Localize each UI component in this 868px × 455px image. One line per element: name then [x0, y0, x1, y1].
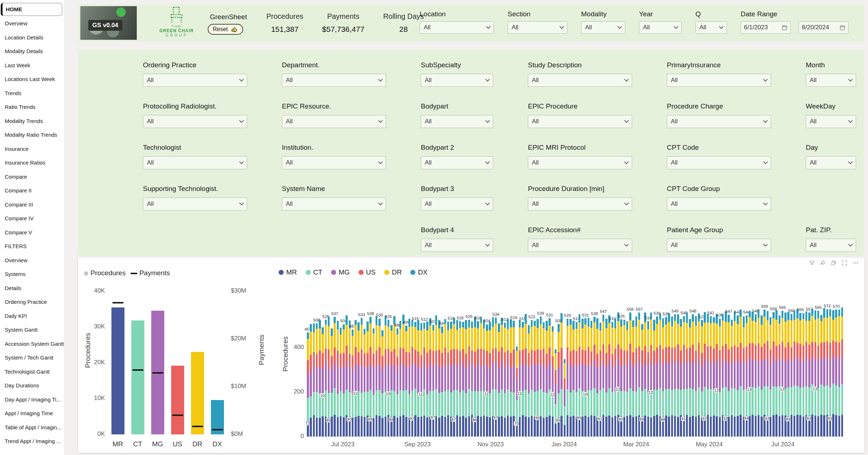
segment-mg[interactable]: [829, 361, 831, 387]
segment-mr[interactable]: [405, 417, 407, 437]
segment-mr[interactable]: [686, 415, 688, 437]
pin-icon[interactable]: [820, 260, 825, 265]
segment-mr[interactable]: [707, 415, 709, 437]
segment-mg[interactable]: [480, 366, 482, 391]
segment-mr[interactable]: [740, 415, 742, 437]
segment-ct[interactable]: [465, 393, 467, 418]
segment-mr[interactable]: [677, 417, 679, 437]
segment-dx[interactable]: [486, 324, 488, 331]
segment-mg[interactable]: [510, 368, 512, 392]
segment-dx[interactable]: [531, 320, 533, 327]
segment-ct[interactable]: [596, 393, 598, 418]
sidebar-item-compare-v[interactable]: Compare V: [0, 226, 64, 240]
segment-dr[interactable]: [602, 322, 605, 344]
segment-dx[interactable]: [352, 329, 354, 336]
segment-dx[interactable]: [373, 328, 375, 333]
segment-ct[interactable]: [638, 387, 640, 415]
segment-mr[interactable]: [665, 416, 667, 437]
segment-mr[interactable]: [402, 415, 405, 437]
segment-dx[interactable]: [772, 312, 775, 318]
segment-ct[interactable]: [808, 387, 810, 416]
header-dropdown-section-box[interactable]: All: [508, 21, 567, 34]
segment-mg[interactable]: [782, 358, 784, 387]
segment-ct[interactable]: [784, 388, 787, 416]
segment-us[interactable]: [411, 347, 414, 363]
segment-mg[interactable]: [525, 365, 527, 390]
segment-ct[interactable]: [728, 391, 730, 417]
segment-mg[interactable]: [444, 365, 446, 391]
filter-dropdown-subspecialty-dd[interactable]: All: [421, 74, 493, 87]
segment-mg[interactable]: [567, 363, 569, 389]
segment-us[interactable]: [450, 350, 452, 365]
segment-mr[interactable]: [513, 416, 515, 437]
segment-us[interactable]: [731, 347, 733, 362]
segment-mr[interactable]: [608, 416, 610, 437]
sidebar-item-day-durations[interactable]: Day Durations: [0, 379, 64, 393]
segment-ct[interactable]: [408, 394, 411, 418]
segment-ct[interactable]: [337, 394, 339, 417]
segment-mg[interactable]: [495, 363, 497, 390]
segment-dx[interactable]: [346, 315, 348, 325]
segment-mg[interactable]: [749, 358, 751, 387]
segment-mg[interactable]: [373, 367, 375, 395]
segment-us[interactable]: [803, 345, 805, 360]
filter-dropdown-institution-dd[interactable]: All: [282, 156, 386, 169]
segment-us[interactable]: [543, 349, 545, 365]
segment-mr[interactable]: [423, 416, 425, 437]
segment-mr[interactable]: [310, 418, 312, 437]
segment-us[interactable]: [805, 342, 808, 358]
segment-us[interactable]: [555, 370, 557, 384]
sidebar-item-insurance-ratios[interactable]: Insurance Ratios: [0, 156, 64, 170]
segment-us[interactable]: [402, 348, 405, 365]
segment-dr[interactable]: [791, 320, 793, 348]
segment-dx[interactable]: [605, 319, 607, 328]
segment-mg[interactable]: [775, 360, 778, 387]
segment-us[interactable]: [310, 355, 312, 371]
segment-dr[interactable]: [349, 328, 351, 354]
segment-mg[interactable]: [357, 366, 360, 391]
segment-ct[interactable]: [560, 389, 563, 416]
segment-ct[interactable]: [725, 387, 727, 416]
segment-dr[interactable]: [331, 336, 333, 357]
segment-mr[interactable]: [817, 416, 820, 437]
segment-mg[interactable]: [453, 365, 455, 391]
segment-ct[interactable]: [471, 391, 473, 415]
segment-us[interactable]: [558, 352, 560, 368]
segment-ct[interactable]: [397, 394, 399, 418]
segment-mg[interactable]: [572, 365, 575, 390]
segment-mg[interactable]: [378, 364, 381, 390]
segment-ct[interactable]: [791, 387, 793, 415]
segment-mr[interactable]: [522, 415, 524, 437]
segment-dx[interactable]: [707, 314, 709, 323]
segment-dr[interactable]: [328, 326, 330, 349]
segment-mg[interactable]: [504, 368, 506, 393]
segment-dr[interactable]: [546, 331, 548, 354]
segment-dx[interactable]: [564, 359, 566, 363]
segment-mg[interactable]: [558, 368, 560, 393]
segment-mr[interactable]: [477, 416, 479, 437]
segment-mg[interactable]: [767, 358, 769, 386]
sidebar-item-insurance[interactable]: Insurance: [0, 142, 64, 156]
segment-dx[interactable]: [405, 326, 407, 331]
segment-dr[interactable]: [390, 331, 393, 351]
segment-dr[interactable]: [641, 330, 643, 350]
segment-ct[interactable]: [600, 390, 602, 416]
segment-us[interactable]: [674, 347, 676, 363]
segment-dr[interactable]: [313, 332, 315, 352]
segment-mg[interactable]: [823, 358, 825, 386]
segment-mr[interactable]: [393, 416, 395, 437]
segment-dr[interactable]: [480, 323, 482, 349]
sidebar-item-details[interactable]: Details: [0, 281, 64, 295]
segment-us[interactable]: [480, 349, 482, 366]
segment-mr[interactable]: [749, 416, 751, 437]
segment-dx[interactable]: [313, 323, 315, 332]
segment-mr[interactable]: [352, 418, 354, 437]
segment-us[interactable]: [408, 353, 411, 367]
segment-mg[interactable]: [349, 369, 351, 392]
segment-dx[interactable]: [674, 314, 676, 321]
segment-ct[interactable]: [480, 391, 482, 417]
segment-us[interactable]: [767, 341, 769, 358]
segment-us[interactable]: [528, 353, 530, 367]
segment-us[interactable]: [683, 345, 685, 361]
segment-mr[interactable]: [590, 415, 593, 437]
